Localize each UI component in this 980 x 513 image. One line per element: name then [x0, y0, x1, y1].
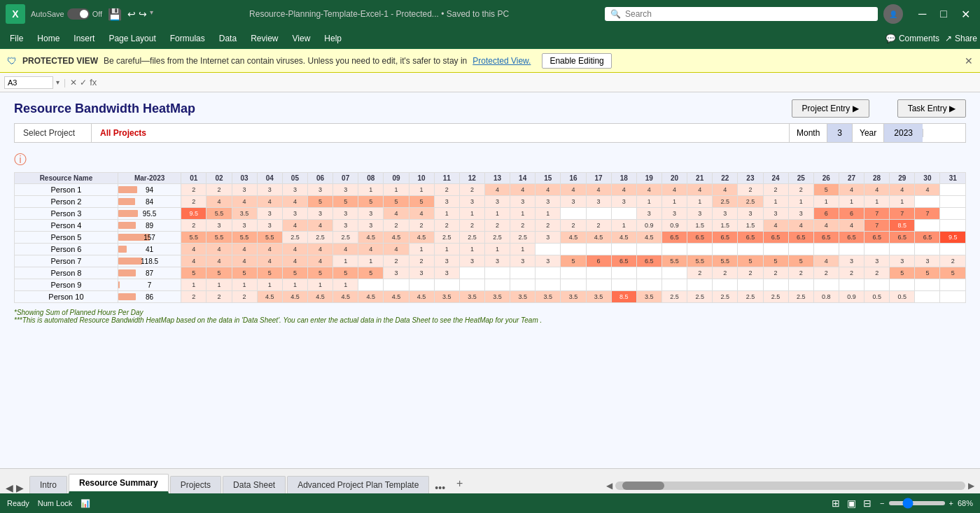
cell-7-27[interactable]: 2	[864, 267, 890, 279]
cell-7-0[interactable]: 5	[181, 267, 206, 279]
row-name-8[interactable]: Person 9	[15, 279, 118, 291]
cell-4-11[interactable]: 2.5	[459, 232, 484, 244]
scroll-left-icon[interactable]: ◀	[606, 481, 612, 491]
cell-1-12[interactable]: 3	[484, 196, 510, 208]
cell-7-18[interactable]	[636, 267, 662, 279]
cell-7-28[interactable]: 5	[890, 267, 915, 279]
cell-3-27[interactable]: 7	[864, 220, 890, 232]
cell-0-11[interactable]: 2	[459, 184, 484, 196]
tab-resource-summary[interactable]: Resource Summary	[69, 474, 169, 493]
function-icon[interactable]: fx	[90, 77, 97, 87]
cell-2-14[interactable]: 1	[536, 208, 561, 220]
cell-7-22[interactable]: 2	[738, 267, 763, 279]
save-icon[interactable]: 💾	[108, 8, 122, 21]
cell-5-6[interactable]: 4	[333, 244, 358, 255]
search-input[interactable]	[625, 9, 863, 19]
year-value[interactable]: 2023	[883, 124, 923, 142]
month-value[interactable]: 3	[827, 124, 852, 142]
tab-next-button[interactable]: ▶	[16, 482, 24, 493]
cell-7-25[interactable]: 2	[813, 267, 839, 279]
cell-4-17[interactable]: 4.5	[611, 232, 636, 244]
cell-8-13[interactable]	[510, 279, 536, 291]
cell-6-13[interactable]: 3	[510, 255, 536, 267]
cell-0-17[interactable]: 4	[611, 184, 636, 196]
cell-5-1[interactable]: 4	[206, 244, 232, 255]
cell-6-29[interactable]: 3	[915, 255, 940, 267]
cell-6-2[interactable]: 4	[232, 255, 257, 267]
cell-2-10[interactable]: 1	[434, 208, 459, 220]
cell-9-2[interactable]: 2	[232, 291, 257, 303]
cell-9-24[interactable]: 2.5	[788, 291, 813, 303]
task-entry-button[interactable]: Task Entry ▶	[897, 99, 966, 118]
cell-6-9[interactable]: 2	[409, 255, 434, 267]
cell-3-25[interactable]: 4	[813, 220, 839, 232]
cell-6-1[interactable]: 4	[206, 255, 232, 267]
cell-0-19[interactable]: 4	[662, 184, 687, 196]
cell-6-16[interactable]: 6	[586, 255, 611, 267]
row-name-2[interactable]: Person 3	[15, 208, 118, 220]
cell-4-24[interactable]: 6.5	[788, 232, 813, 244]
cell-8-16[interactable]	[586, 279, 611, 291]
cell-5-12[interactable]: 1	[484, 244, 510, 255]
cell-7-24[interactable]: 2	[788, 267, 813, 279]
cell-1-25[interactable]: 1	[813, 196, 839, 208]
cell-5-17[interactable]	[611, 244, 636, 255]
cell-2-15[interactable]	[561, 208, 586, 220]
cell-6-25[interactable]: 4	[813, 255, 839, 267]
cell-3-20[interactable]: 1.5	[687, 220, 713, 232]
cell-8-5[interactable]: 1	[307, 279, 332, 291]
cell-4-3[interactable]: 5.5	[257, 232, 282, 244]
cell-3-29[interactable]	[915, 220, 940, 232]
tab-prev-button[interactable]: ◀	[6, 482, 13, 493]
cell-5-3[interactable]: 4	[257, 244, 282, 255]
cell-3-1[interactable]: 3	[206, 220, 232, 232]
cell-5-11[interactable]: 1	[459, 244, 484, 255]
cell-3-22[interactable]: 1.5	[738, 220, 763, 232]
cell-2-17[interactable]	[611, 208, 636, 220]
cell-1-21[interactable]: 2.5	[713, 196, 738, 208]
cell-0-22[interactable]: 2	[738, 184, 763, 196]
close-button[interactable]: ✕	[957, 6, 974, 22]
cell-9-12[interactable]: 3.5	[484, 291, 510, 303]
cell-4-14[interactable]: 3	[536, 232, 561, 244]
cell-3-18[interactable]: 0.9	[636, 220, 662, 232]
scroll-thumb[interactable]	[622, 482, 664, 490]
cell-6-20[interactable]: 5.5	[687, 255, 713, 267]
cell-4-23[interactable]: 6.5	[763, 232, 788, 244]
cell-4-12[interactable]: 2.5	[484, 232, 510, 244]
confirm-icon[interactable]: ✓	[80, 78, 87, 87]
cell-1-27[interactable]: 1	[864, 196, 890, 208]
cell-4-28[interactable]: 6.5	[890, 232, 915, 244]
cell-7-29[interactable]: 5	[915, 267, 940, 279]
cell-2-21[interactable]: 3	[713, 208, 738, 220]
cell-0-27[interactable]: 4	[864, 184, 890, 196]
cell-0-16[interactable]: 4	[586, 184, 611, 196]
cell-9-26[interactable]: 0.9	[839, 291, 864, 303]
cell-7-11[interactable]	[459, 267, 484, 279]
cell-3-6[interactable]: 3	[333, 220, 358, 232]
cell-6-6[interactable]: 1	[333, 255, 358, 267]
cell-9-8[interactable]: 4.5	[384, 291, 409, 303]
cell-2-23[interactable]: 3	[763, 208, 788, 220]
cell-1-15[interactable]: 3	[561, 196, 586, 208]
cell-1-30[interactable]	[940, 196, 966, 208]
cell-5-0[interactable]: 4	[181, 244, 206, 255]
cell-ref-dropdown[interactable]: ▾	[56, 78, 59, 86]
cell-4-15[interactable]: 4.5	[561, 232, 586, 244]
cell-3-10[interactable]: 2	[434, 220, 459, 232]
cell-4-19[interactable]: 6.5	[662, 232, 687, 244]
cell-8-28[interactable]	[890, 279, 915, 291]
all-projects-value[interactable]: All Projects	[92, 124, 789, 142]
undo-button[interactable]: ↩	[127, 8, 136, 20]
cell-3-3[interactable]: 3	[257, 220, 282, 232]
cell-0-6[interactable]: 3	[333, 184, 358, 196]
cell-6-30[interactable]: 2	[940, 255, 966, 267]
cell-4-6[interactable]: 2.5	[333, 232, 358, 244]
cell-3-5[interactable]: 4	[307, 220, 332, 232]
cell-1-3[interactable]: 4	[257, 196, 282, 208]
cell-6-14[interactable]: 3	[536, 255, 561, 267]
cell-8-20[interactable]	[687, 279, 713, 291]
cell-9-20[interactable]: 2.5	[687, 291, 713, 303]
protected-bar-close[interactable]: ✕	[965, 55, 973, 66]
cell-4-4[interactable]: 2.5	[282, 232, 307, 244]
